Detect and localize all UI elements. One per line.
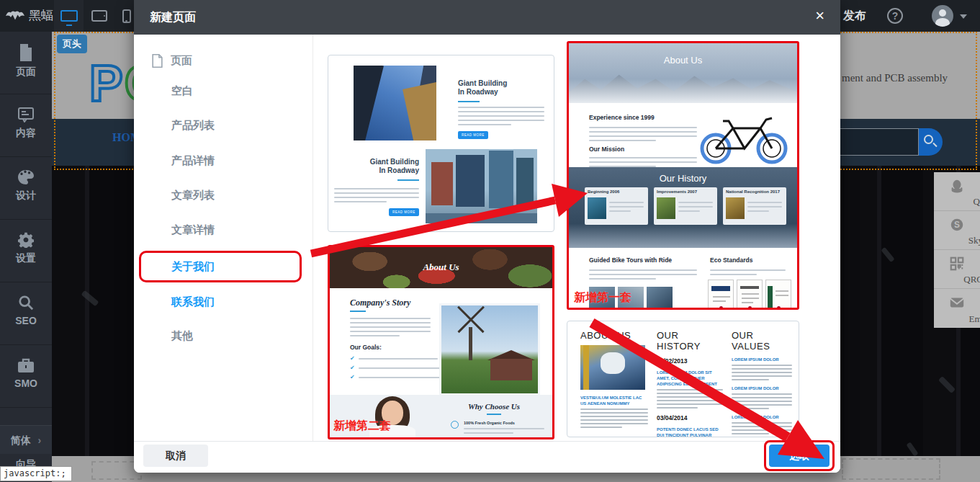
contact-side-panel: QQ S Skype QRCode Email bbox=[934, 172, 980, 328]
mobile-icon bbox=[122, 9, 131, 23]
text-lines bbox=[589, 154, 697, 167]
publish-button[interactable]: 发布 bbox=[843, 9, 866, 24]
history-card: Improvements 2007 bbox=[654, 187, 717, 225]
svg-text:S: S bbox=[954, 220, 960, 230]
tablet-icon bbox=[91, 10, 107, 22]
template-bike-about[interactable]: About Us Experience since 1999 Our Missi… bbox=[567, 41, 799, 310]
text-lines bbox=[710, 267, 786, 275]
text-lines bbox=[732, 422, 792, 434]
language-switcher[interactable]: 简体 › bbox=[0, 425, 52, 454]
chevron-right-icon: › bbox=[38, 434, 42, 446]
about-us-annotation-box bbox=[139, 251, 302, 282]
text-lines bbox=[678, 199, 713, 212]
text-lines bbox=[747, 199, 782, 212]
menu-item-product-detail[interactable]: 产品详情 bbox=[171, 154, 215, 168]
mission-heading: Our Mission bbox=[589, 146, 624, 153]
why-heading: Why Choose Us bbox=[444, 402, 544, 411]
qrcode-icon bbox=[949, 256, 965, 272]
template-giant-building[interactable]: Giant BuildingIn Roadway READ MORE Giant… bbox=[328, 55, 554, 232]
text-lines bbox=[589, 267, 697, 280]
contact-email[interactable]: Email bbox=[934, 289, 980, 328]
bat-logo-icon bbox=[6, 10, 24, 21]
col-title: OUR HISTORY bbox=[657, 330, 723, 352]
desktop-icon bbox=[60, 10, 78, 22]
text-lines bbox=[732, 393, 792, 409]
hero-title: About Us bbox=[569, 55, 797, 66]
select-button[interactable]: 选取 bbox=[769, 445, 830, 467]
text-lines bbox=[350, 315, 431, 336]
annotation-first-set: 新增第一套 bbox=[574, 290, 631, 305]
template-lorem-about[interactable]: ABOUT US VESTIBULUM MOLESTIE LAC US AENE… bbox=[567, 321, 799, 437]
sidebar-item-smo[interactable]: SMO bbox=[0, 345, 52, 408]
check-icon: ✔ bbox=[350, 375, 355, 380]
app-sidebar: 页面 内容 设计 设置 SEO SMO 简体 › 向导 bbox=[0, 32, 52, 482]
check-icon: ✔ bbox=[350, 356, 355, 362]
device-tablet-button[interactable] bbox=[84, 0, 114, 32]
mountains-hero-photo: About Us bbox=[569, 43, 797, 103]
template-food-about[interactable]: About Us Company's Story Our Goals: ✔ ✔ … bbox=[328, 245, 554, 439]
search-icon bbox=[924, 135, 933, 144]
col-title: OUR VALUES bbox=[732, 330, 792, 352]
tours-heading: Guided Bike Tours with Ride bbox=[589, 256, 672, 264]
qq-icon bbox=[949, 178, 965, 194]
menu-item-article-list[interactable]: 文章列表 bbox=[171, 189, 215, 202]
help-button[interactable]: ? bbox=[887, 8, 903, 24]
menu-item-other[interactable]: 其他 bbox=[171, 329, 193, 343]
sidebar-item-seo[interactable]: SEO bbox=[0, 282, 52, 345]
device-desktop-button[interactable] bbox=[54, 0, 84, 32]
annotation-second-set: 新增第二套 bbox=[333, 419, 391, 434]
menu-item-article-detail[interactable]: 文章详情 bbox=[171, 223, 215, 237]
menu-group-pages: 页面 bbox=[151, 54, 192, 68]
skyscraper-photo bbox=[354, 66, 436, 140]
text-lines bbox=[657, 389, 723, 409]
modal-header: 新建页面 × bbox=[134, 0, 840, 35]
close-icon[interactable]: × bbox=[815, 8, 824, 24]
text-lines bbox=[464, 428, 544, 434]
food-hero-photo: About Us bbox=[330, 247, 552, 288]
experience-heading: Experience since 1999 bbox=[589, 114, 655, 121]
skype-icon: S bbox=[949, 217, 965, 233]
page-outline-icon bbox=[151, 54, 163, 68]
section-tag[interactable]: 页头 bbox=[57, 35, 87, 53]
hero-title: About Us bbox=[330, 262, 552, 273]
sidebar-item-design[interactable]: 设计 bbox=[0, 157, 52, 220]
menu-item-blank[interactable]: 空白 bbox=[171, 84, 193, 98]
briefcase-icon bbox=[17, 357, 35, 373]
col-title: ABOUT US bbox=[580, 330, 648, 341]
contact-skype[interactable]: S Skype bbox=[934, 211, 980, 250]
sidebar-item-content[interactable]: 内容 bbox=[0, 94, 52, 157]
why-item: 100% Fresh Organic Foods bbox=[464, 421, 544, 425]
text-lines bbox=[589, 124, 697, 141]
menu-item-product-list[interactable]: 产品列表 bbox=[171, 119, 215, 133]
account-dropdown-caret[interactable] bbox=[960, 14, 967, 19]
text-lines bbox=[334, 185, 419, 202]
email-icon bbox=[949, 295, 965, 311]
footer-placeholder-right bbox=[842, 458, 940, 480]
sidebar-item-pages[interactable]: 页面 bbox=[0, 32, 52, 94]
goals-heading: Our Goals: bbox=[350, 344, 382, 351]
history-card: Beginning 2006 bbox=[585, 187, 648, 225]
text-lines bbox=[609, 199, 644, 212]
template-remnant-strip bbox=[423, 37, 509, 54]
content-icon bbox=[17, 107, 35, 122]
our-history-section: Our History Beginning 2006 Improvements … bbox=[569, 167, 797, 248]
certificates bbox=[708, 280, 791, 310]
new-page-modal: 新建页面 × 页面 空白 产品列表 产品详情 文章列表 文章详情 关于我们 联系… bbox=[134, 0, 840, 473]
eco-heading: Eco Standards bbox=[710, 256, 753, 264]
contact-qq[interactable]: QQ bbox=[934, 172, 980, 211]
city-photo bbox=[426, 149, 537, 223]
sidebar-item-settings[interactable]: 设置 bbox=[0, 220, 52, 282]
avatar[interactable] bbox=[932, 5, 953, 27]
palette-icon bbox=[17, 169, 35, 185]
menu-item-contact-us[interactable]: 联系我们 bbox=[171, 295, 215, 309]
cancel-button[interactable]: 取消 bbox=[143, 445, 208, 467]
menu-item-about-us[interactable]: 关于我们 bbox=[171, 260, 215, 274]
modal-title: 新建页面 bbox=[150, 10, 196, 25]
ribbon-icon bbox=[451, 421, 459, 429]
windmill-photo bbox=[439, 303, 540, 396]
bicycle-image bbox=[697, 110, 791, 164]
modal-footer bbox=[134, 441, 840, 473]
brand: 黑蝠 bbox=[6, 7, 53, 24]
contact-qrcode[interactable]: QRCode bbox=[934, 250, 980, 289]
seo-search-icon bbox=[18, 295, 34, 311]
